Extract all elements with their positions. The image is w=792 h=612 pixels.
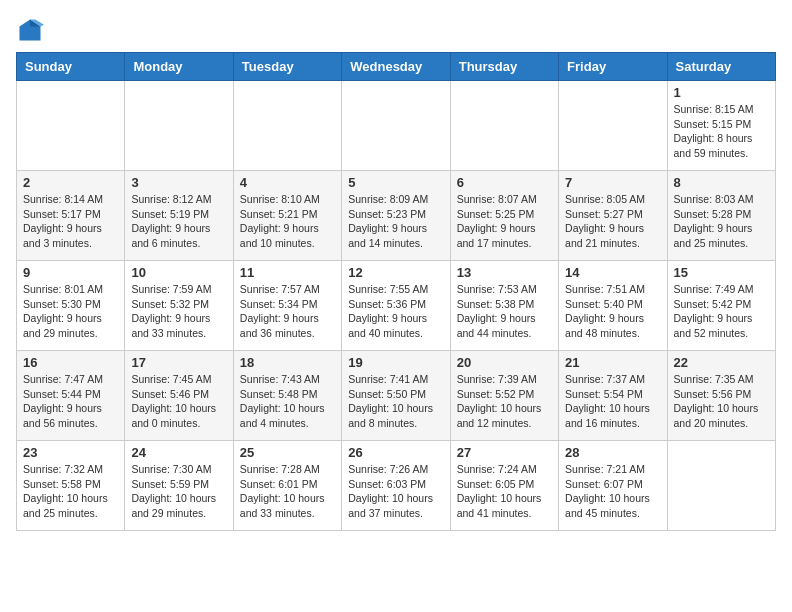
calendar-cell: 11Sunrise: 7:57 AM Sunset: 5:34 PM Dayli… [233,261,341,351]
day-number: 24 [131,445,226,460]
day-number: 11 [240,265,335,280]
day-number: 23 [23,445,118,460]
calendar-cell: 1Sunrise: 8:15 AM Sunset: 5:15 PM Daylig… [667,81,775,171]
day-number: 8 [674,175,769,190]
day-number: 16 [23,355,118,370]
calendar-cell: 21Sunrise: 7:37 AM Sunset: 5:54 PM Dayli… [559,351,667,441]
calendar-header-row: SundayMondayTuesdayWednesdayThursdayFrid… [17,53,776,81]
day-number: 7 [565,175,660,190]
calendar-cell [233,81,341,171]
calendar-cell: 25Sunrise: 7:28 AM Sunset: 6:01 PM Dayli… [233,441,341,531]
day-number: 13 [457,265,552,280]
calendar-cell: 23Sunrise: 7:32 AM Sunset: 5:58 PM Dayli… [17,441,125,531]
day-number: 3 [131,175,226,190]
day-number: 14 [565,265,660,280]
weekday-header-monday: Monday [125,53,233,81]
calendar-cell: 20Sunrise: 7:39 AM Sunset: 5:52 PM Dayli… [450,351,558,441]
day-info: Sunrise: 7:21 AM Sunset: 6:07 PM Dayligh… [565,462,660,521]
weekday-header-sunday: Sunday [17,53,125,81]
calendar-week-5: 23Sunrise: 7:32 AM Sunset: 5:58 PM Dayli… [17,441,776,531]
calendar-cell: 2Sunrise: 8:14 AM Sunset: 5:17 PM Daylig… [17,171,125,261]
calendar-week-2: 2Sunrise: 8:14 AM Sunset: 5:17 PM Daylig… [17,171,776,261]
calendar-cell: 19Sunrise: 7:41 AM Sunset: 5:50 PM Dayli… [342,351,450,441]
calendar-cell: 16Sunrise: 7:47 AM Sunset: 5:44 PM Dayli… [17,351,125,441]
day-info: Sunrise: 7:55 AM Sunset: 5:36 PM Dayligh… [348,282,443,341]
day-number: 4 [240,175,335,190]
calendar-cell [125,81,233,171]
calendar-table: SundayMondayTuesdayWednesdayThursdayFrid… [16,52,776,531]
day-info: Sunrise: 7:47 AM Sunset: 5:44 PM Dayligh… [23,372,118,431]
day-number: 1 [674,85,769,100]
day-info: Sunrise: 7:45 AM Sunset: 5:46 PM Dayligh… [131,372,226,431]
day-info: Sunrise: 7:57 AM Sunset: 5:34 PM Dayligh… [240,282,335,341]
day-info: Sunrise: 8:10 AM Sunset: 5:21 PM Dayligh… [240,192,335,251]
calendar-cell: 17Sunrise: 7:45 AM Sunset: 5:46 PM Dayli… [125,351,233,441]
calendar-week-3: 9Sunrise: 8:01 AM Sunset: 5:30 PM Daylig… [17,261,776,351]
day-number: 12 [348,265,443,280]
day-info: Sunrise: 7:43 AM Sunset: 5:48 PM Dayligh… [240,372,335,431]
day-number: 26 [348,445,443,460]
calendar-cell: 8Sunrise: 8:03 AM Sunset: 5:28 PM Daylig… [667,171,775,261]
logo [16,16,48,44]
calendar-cell: 5Sunrise: 8:09 AM Sunset: 5:23 PM Daylig… [342,171,450,261]
day-info: Sunrise: 8:01 AM Sunset: 5:30 PM Dayligh… [23,282,118,341]
day-info: Sunrise: 7:41 AM Sunset: 5:50 PM Dayligh… [348,372,443,431]
calendar-cell [342,81,450,171]
calendar-cell [559,81,667,171]
calendar-cell: 4Sunrise: 8:10 AM Sunset: 5:21 PM Daylig… [233,171,341,261]
calendar-cell: 14Sunrise: 7:51 AM Sunset: 5:40 PM Dayli… [559,261,667,351]
day-info: Sunrise: 7:53 AM Sunset: 5:38 PM Dayligh… [457,282,552,341]
calendar-cell: 26Sunrise: 7:26 AM Sunset: 6:03 PM Dayli… [342,441,450,531]
calendar-cell: 27Sunrise: 7:24 AM Sunset: 6:05 PM Dayli… [450,441,558,531]
day-number: 15 [674,265,769,280]
day-number: 27 [457,445,552,460]
day-number: 25 [240,445,335,460]
day-info: Sunrise: 7:39 AM Sunset: 5:52 PM Dayligh… [457,372,552,431]
day-info: Sunrise: 7:59 AM Sunset: 5:32 PM Dayligh… [131,282,226,341]
calendar-cell: 9Sunrise: 8:01 AM Sunset: 5:30 PM Daylig… [17,261,125,351]
calendar-cell: 6Sunrise: 8:07 AM Sunset: 5:25 PM Daylig… [450,171,558,261]
day-info: Sunrise: 7:30 AM Sunset: 5:59 PM Dayligh… [131,462,226,521]
day-info: Sunrise: 7:32 AM Sunset: 5:58 PM Dayligh… [23,462,118,521]
day-number: 21 [565,355,660,370]
weekday-header-tuesday: Tuesday [233,53,341,81]
day-info: Sunrise: 7:28 AM Sunset: 6:01 PM Dayligh… [240,462,335,521]
day-info: Sunrise: 8:07 AM Sunset: 5:25 PM Dayligh… [457,192,552,251]
calendar-cell: 15Sunrise: 7:49 AM Sunset: 5:42 PM Dayli… [667,261,775,351]
weekday-header-saturday: Saturday [667,53,775,81]
day-info: Sunrise: 7:35 AM Sunset: 5:56 PM Dayligh… [674,372,769,431]
day-number: 5 [348,175,443,190]
day-info: Sunrise: 7:49 AM Sunset: 5:42 PM Dayligh… [674,282,769,341]
calendar-cell: 24Sunrise: 7:30 AM Sunset: 5:59 PM Dayli… [125,441,233,531]
logo-icon [16,16,44,44]
calendar-week-4: 16Sunrise: 7:47 AM Sunset: 5:44 PM Dayli… [17,351,776,441]
weekday-header-friday: Friday [559,53,667,81]
calendar-cell: 18Sunrise: 7:43 AM Sunset: 5:48 PM Dayli… [233,351,341,441]
weekday-header-thursday: Thursday [450,53,558,81]
day-number: 10 [131,265,226,280]
day-number: 28 [565,445,660,460]
calendar-cell: 13Sunrise: 7:53 AM Sunset: 5:38 PM Dayli… [450,261,558,351]
calendar-cell: 7Sunrise: 8:05 AM Sunset: 5:27 PM Daylig… [559,171,667,261]
page-header [16,16,776,44]
day-info: Sunrise: 7:24 AM Sunset: 6:05 PM Dayligh… [457,462,552,521]
day-info: Sunrise: 8:03 AM Sunset: 5:28 PM Dayligh… [674,192,769,251]
calendar-cell: 12Sunrise: 7:55 AM Sunset: 5:36 PM Dayli… [342,261,450,351]
day-info: Sunrise: 8:12 AM Sunset: 5:19 PM Dayligh… [131,192,226,251]
day-info: Sunrise: 8:05 AM Sunset: 5:27 PM Dayligh… [565,192,660,251]
day-info: Sunrise: 7:51 AM Sunset: 5:40 PM Dayligh… [565,282,660,341]
weekday-header-wednesday: Wednesday [342,53,450,81]
calendar-cell [450,81,558,171]
day-info: Sunrise: 8:15 AM Sunset: 5:15 PM Dayligh… [674,102,769,161]
day-number: 20 [457,355,552,370]
day-number: 17 [131,355,226,370]
day-number: 19 [348,355,443,370]
calendar-cell [17,81,125,171]
day-info: Sunrise: 8:09 AM Sunset: 5:23 PM Dayligh… [348,192,443,251]
day-number: 18 [240,355,335,370]
day-number: 6 [457,175,552,190]
day-number: 2 [23,175,118,190]
day-info: Sunrise: 7:26 AM Sunset: 6:03 PM Dayligh… [348,462,443,521]
day-number: 9 [23,265,118,280]
day-info: Sunrise: 7:37 AM Sunset: 5:54 PM Dayligh… [565,372,660,431]
